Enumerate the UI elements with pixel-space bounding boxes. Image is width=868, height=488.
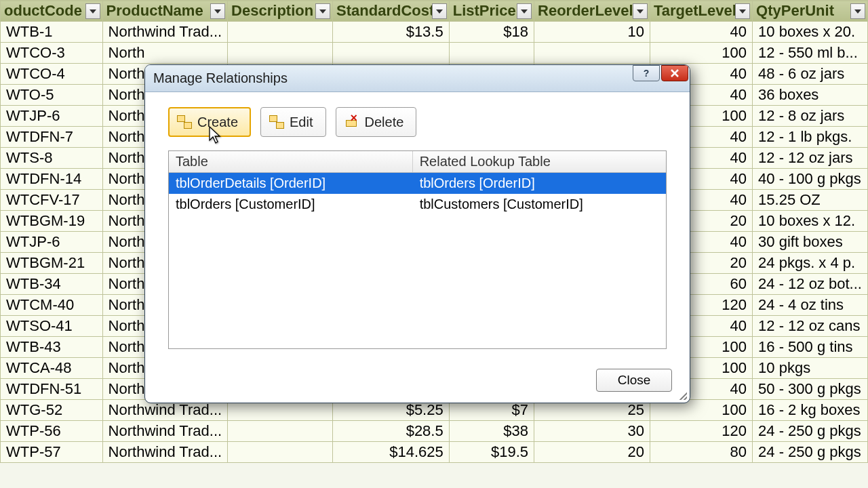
column-header[interactable]: ProductName xyxy=(102,1,228,22)
relationships-list[interactable]: Table Related Lookup Table tblOrderDetai… xyxy=(168,150,667,349)
cell[interactable] xyxy=(228,22,333,43)
cell[interactable]: 100 xyxy=(650,43,752,64)
cell[interactable]: WTB-43 xyxy=(1,337,103,358)
cell[interactable]: WTP-56 xyxy=(1,421,103,442)
cell[interactable]: 30 xyxy=(534,421,650,442)
cell[interactable]: $38 xyxy=(449,421,534,442)
cell[interactable]: 24 - 250 g pkgs xyxy=(753,421,868,442)
col-table-header[interactable]: Table xyxy=(169,151,412,173)
filter-dropdown-icon[interactable] xyxy=(432,3,447,19)
cell[interactable]: WTCFV-17 xyxy=(1,190,103,211)
delete-button[interactable]: Delete xyxy=(336,107,417,137)
resize-grip[interactable] xyxy=(677,390,687,400)
column-header[interactable]: oductCode xyxy=(1,1,103,22)
cell[interactable]: 24 - 4 oz tins xyxy=(753,295,868,316)
cell[interactable]: 12 - 8 oz jars xyxy=(753,106,868,127)
cell[interactable] xyxy=(333,43,450,64)
column-header[interactable]: TargetLevel xyxy=(650,1,752,22)
cell[interactable]: WTJP-6 xyxy=(1,232,103,253)
cell[interactable]: Northwind Trad... xyxy=(102,442,228,463)
column-header[interactable]: ReorderLevel xyxy=(534,1,650,22)
cell[interactable]: 36 boxes xyxy=(753,85,868,106)
filter-dropdown-icon[interactable] xyxy=(85,3,100,19)
cell[interactable]: WTCO-4 xyxy=(1,64,103,85)
relationship-row[interactable]: tblOrders [CustomerID]tblCustomers [Cust… xyxy=(169,194,666,215)
cell[interactable]: 15.25 OZ xyxy=(753,190,868,211)
cell[interactable]: 10 xyxy=(534,22,650,43)
filter-dropdown-icon[interactable] xyxy=(633,3,648,19)
cell[interactable]: 16 - 2 kg boxes xyxy=(753,400,868,421)
cell[interactable]: 10 boxes x 20. xyxy=(753,22,868,43)
cell[interactable]: WTCO-3 xyxy=(1,43,103,64)
cell[interactable]: WTP-57 xyxy=(1,442,103,463)
table-row[interactable]: WTCO-3North10012 - 550 ml b... xyxy=(1,43,868,64)
dialog-titlebar[interactable]: Manage Relationships ? xyxy=(145,65,690,92)
cell[interactable]: WTBGM-19 xyxy=(1,211,103,232)
cell[interactable] xyxy=(534,43,650,64)
cell[interactable]: Northwind Trad... xyxy=(102,22,228,43)
cell[interactable]: WTBGM-21 xyxy=(1,253,103,274)
cell[interactable]: WTSO-41 xyxy=(1,316,103,337)
relationship-row[interactable]: tblOrderDetails [OrderID]tblOrders [Orde… xyxy=(169,173,666,195)
cell[interactable]: 48 - 6 oz jars xyxy=(753,64,868,85)
cell[interactable]: 12 - 550 ml b... xyxy=(753,43,868,64)
cell[interactable]: 80 xyxy=(650,442,752,463)
cell[interactable]: WTO-5 xyxy=(1,85,103,106)
column-header[interactable]: StandardCost xyxy=(333,1,450,22)
window-close-button[interactable] xyxy=(661,65,688,81)
cell[interactable]: 16 - 500 g tins xyxy=(753,337,868,358)
cell[interactable]: $28.5 xyxy=(333,421,450,442)
cell[interactable]: $18 xyxy=(449,22,534,43)
filter-dropdown-icon[interactable] xyxy=(850,3,865,19)
cell[interactable]: 40 xyxy=(650,22,752,43)
filter-dropdown-icon[interactable] xyxy=(210,3,225,19)
col-lookup-header[interactable]: Related Lookup Table xyxy=(412,151,666,173)
cell[interactable]: 24 pkgs. x 4 p. xyxy=(753,253,868,274)
cell[interactable]: 12 - 12 oz jars xyxy=(753,148,868,169)
filter-dropdown-icon[interactable] xyxy=(735,3,750,19)
filter-dropdown-icon[interactable] xyxy=(315,3,330,19)
column-header[interactable]: QtyPerUnit xyxy=(753,1,868,22)
cell[interactable]: 40 - 100 g pkgs xyxy=(753,169,868,190)
cell[interactable]: WTDFN-14 xyxy=(1,169,103,190)
cell[interactable]: WTB-34 xyxy=(1,274,103,295)
cell[interactable]: WTG-52 xyxy=(1,400,103,421)
cell[interactable]: 12 - 1 lb pkgs. xyxy=(753,127,868,148)
cell[interactable]: WTB-1 xyxy=(1,22,103,43)
cell[interactable]: 30 gift boxes xyxy=(753,232,868,253)
cell[interactable]: 12 - 12 oz cans xyxy=(753,316,868,337)
create-button[interactable]: Create xyxy=(168,107,251,137)
cell[interactable]: 50 - 300 g pkgs xyxy=(753,379,868,400)
filter-dropdown-icon[interactable] xyxy=(517,3,532,19)
rel-lookup-cell: tblCustomers [CustomerID] xyxy=(412,194,666,215)
cell[interactable]: WTJP-6 xyxy=(1,106,103,127)
cell[interactable]: WTS-8 xyxy=(1,148,103,169)
cell[interactable] xyxy=(228,43,333,64)
cell[interactable]: WTDFN-7 xyxy=(1,127,103,148)
column-header[interactable]: Description xyxy=(228,1,333,22)
cell[interactable] xyxy=(449,43,534,64)
cell[interactable]: 20 xyxy=(534,442,650,463)
cell[interactable]: WTCM-40 xyxy=(1,295,103,316)
cell[interactable]: Northwind Trad... xyxy=(102,421,228,442)
column-header[interactable]: ListPrice xyxy=(449,1,534,22)
cell[interactable]: $13.5 xyxy=(333,22,450,43)
cell[interactable] xyxy=(228,442,333,463)
edit-button[interactable]: Edit xyxy=(260,107,326,137)
cell[interactable]: $19.5 xyxy=(449,442,534,463)
cell[interactable]: 24 - 250 g pkgs xyxy=(753,442,868,463)
table-row[interactable]: WTP-57Northwind Trad...$14.625$19.520802… xyxy=(1,442,868,463)
cell[interactable]: 120 xyxy=(650,421,752,442)
table-row[interactable]: WTB-1Northwind Trad...$13.5$18104010 box… xyxy=(1,22,868,43)
cell[interactable]: 24 - 12 oz bot... xyxy=(753,274,868,295)
cell[interactable]: North xyxy=(102,43,228,64)
cell[interactable]: 10 pkgs xyxy=(753,358,868,379)
cell[interactable]: 10 boxes x 12. xyxy=(753,211,868,232)
cell[interactable]: WTDFN-51 xyxy=(1,379,103,400)
close-button[interactable]: Close xyxy=(596,369,672,392)
cell[interactable]: WTCA-48 xyxy=(1,358,103,379)
cell[interactable] xyxy=(228,421,333,442)
help-button[interactable]: ? xyxy=(633,65,660,81)
table-row[interactable]: WTP-56Northwind Trad...$28.5$383012024 -… xyxy=(1,421,868,442)
cell[interactable]: $14.625 xyxy=(333,442,450,463)
